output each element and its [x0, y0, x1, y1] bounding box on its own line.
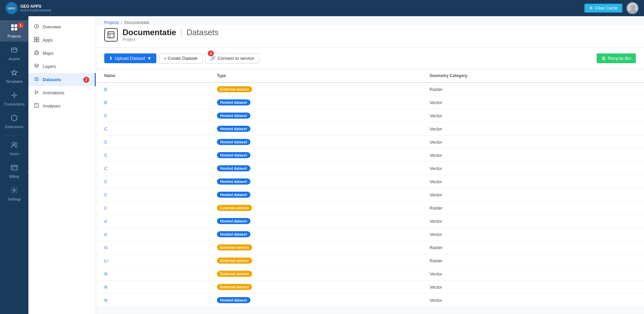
upload-dataset-button[interactable]: ⬆ Upload Dataset ▼ [104, 53, 156, 63]
sub-sidebar-layers[interactable]: Layers [28, 60, 96, 73]
dataset-name-link[interactable]: N [104, 298, 107, 303]
table-row[interactable]: BExternal serviceRaster [96, 82, 644, 96]
type-badge: Hosted dataset [217, 139, 250, 145]
sub-sidebar-animations[interactable]: Animations [28, 86, 96, 99]
app-title: GEO APPS [20, 4, 51, 9]
col-type: Type [209, 69, 422, 82]
app-logo: GEO GEO APPS MAPS EVERYWHERE [5, 2, 51, 14]
svg-rect-4 [11, 24, 14, 27]
svg-rect-29 [34, 40, 36, 42]
svg-rect-39 [35, 103, 39, 107]
page-sub: Project [123, 37, 219, 42]
dataset-type-cell: Hosted dataset [209, 228, 422, 241]
dataset-name-cell: C [96, 122, 209, 136]
type-badge: External service [217, 205, 252, 211]
sidebar-item-settings[interactable]: Settings [0, 183, 28, 204]
sub-sidebar-overview[interactable]: Overview [28, 20, 96, 33]
clear-cache-button[interactable]: ♻ Clear Cache [584, 4, 622, 13]
type-badge: Hosted dataset [217, 152, 250, 158]
recycle-bin-button[interactable]: 🗑 Recycle Bin [597, 53, 636, 63]
sub-sidebar-datasets[interactable]: Datasets 2 [28, 73, 96, 86]
type-badge: Hosted dataset [217, 99, 250, 105]
create-dataset-button[interactable]: + Create Dataset [159, 53, 203, 64]
dataset-name-link[interactable]: C [104, 166, 107, 171]
svg-rect-5 [15, 24, 17, 27]
dataset-name-cell: B [96, 96, 209, 109]
dataset-name-cell: N [96, 294, 209, 307]
sidebar-item-users[interactable]: Users › [0, 138, 28, 159]
toolbar: ⬆ Upload Dataset ▼ + Create Dataset 🔗 Co… [96, 48, 644, 69]
avatar[interactable] [626, 2, 639, 14]
svg-marker-12 [12, 70, 17, 75]
table-row[interactable]: GExternal serviceRaster [96, 241, 644, 254]
breadcrumb-parent[interactable]: Projects [104, 20, 119, 25]
geometry-cell: Vector [422, 109, 644, 122]
dataset-name-link[interactable]: Li [104, 258, 108, 263]
dataset-name-link[interactable]: C [104, 126, 107, 131]
table-row[interactable]: dHosted datasetVector [96, 215, 644, 228]
sidebar-item-extensions[interactable]: Extensions [0, 111, 28, 132]
apps-icon [34, 37, 39, 43]
sub-sidebar: Overview Apps Map [28, 16, 96, 314]
sidebar-item-connections[interactable]: Connections [0, 88, 28, 110]
dataset-name-cell: C [96, 188, 209, 201]
content-area: Projects › Documentatie Documentatie | D… [96, 16, 644, 314]
table-row[interactable]: dHosted datasetVector [96, 228, 644, 241]
geometry-cell: Vector [422, 215, 644, 228]
sidebar-item-projects[interactable]: Projects 1 [0, 20, 28, 42]
sub-sidebar-analyses[interactable]: Analyses [28, 99, 96, 113]
sub-sidebar-apps[interactable]: Apps [28, 33, 96, 47]
dataset-type-cell: External service [209, 201, 422, 215]
table-row[interactable]: LiExternal serviceRaster [96, 254, 644, 267]
dataset-name-link[interactable]: B [104, 87, 107, 92]
svg-rect-28 [37, 37, 39, 39]
geometry-cell: Vector [422, 175, 644, 188]
dataset-name-link[interactable]: N [104, 271, 107, 276]
sidebar-item-templates[interactable]: Templates [0, 66, 28, 87]
geometry-cell: Raster [422, 241, 644, 254]
dataset-name-cell: C [96, 109, 209, 122]
dataset-name-cell: N [96, 281, 209, 294]
table-row[interactable]: CHosted datasetVector [96, 162, 644, 175]
svg-marker-34 [35, 64, 39, 66]
geometry-cell: Vector [422, 122, 644, 136]
table-row[interactable]: CHosted datasetVector [96, 109, 644, 122]
type-badge: External service [217, 258, 252, 264]
dataset-name-link[interactable]: C [104, 153, 107, 158]
sub-animations-label: Animations [43, 90, 64, 95]
dataset-name-link[interactable]: C [104, 206, 107, 211]
breadcrumb-current: Documentatie [124, 20, 149, 25]
dataset-type-cell: External service [209, 267, 422, 281]
dataset-name-link[interactable]: N [104, 285, 107, 290]
table-row[interactable]: CHosted datasetVector [96, 188, 644, 201]
dataset-type-cell: Hosted dataset [209, 162, 422, 175]
svg-point-19 [12, 142, 15, 145]
dataset-name-link[interactable]: d [104, 219, 107, 224]
table-row[interactable]: NHosted datasetVector [96, 294, 644, 307]
svg-rect-7 [15, 28, 17, 30]
dataset-name-link[interactable]: d [104, 232, 107, 237]
dataset-name-link[interactable]: C [104, 140, 107, 145]
dataset-name-link[interactable]: C [104, 113, 107, 118]
type-badge: Hosted dataset [217, 297, 250, 303]
billing-icon [10, 164, 18, 173]
table-row[interactable]: CHosted datasetVector [96, 149, 644, 162]
sidebar-item-billing[interactable]: Billing › [0, 161, 28, 182]
table-row[interactable]: CHosted datasetVector [96, 175, 644, 188]
table-row[interactable]: BHosted datasetVector [96, 96, 644, 109]
dataset-name-cell: C [96, 175, 209, 188]
dataset-name-link[interactable]: C [104, 192, 107, 197]
dataset-name-link[interactable]: G [104, 245, 108, 250]
dataset-name-link[interactable]: C [104, 179, 107, 184]
sidebar-item-assets[interactable]: Assets › [0, 43, 28, 64]
table-row[interactable]: NExternal serviceVector [96, 267, 644, 281]
sub-sidebar-maps[interactable]: Maps [28, 47, 96, 60]
table-row[interactable]: CExternal serviceRaster [96, 201, 644, 215]
sub-maps-label: Maps [43, 51, 53, 56]
type-badge: External service [217, 244, 252, 250]
table-row[interactable]: CHosted datasetVector [96, 122, 644, 136]
topbar-right: ♻ Clear Cache [584, 2, 639, 14]
table-row[interactable]: CHosted datasetVector [96, 136, 644, 149]
table-row[interactable]: NExternal serviceVector [96, 281, 644, 294]
dataset-name-link[interactable]: B [104, 100, 107, 105]
